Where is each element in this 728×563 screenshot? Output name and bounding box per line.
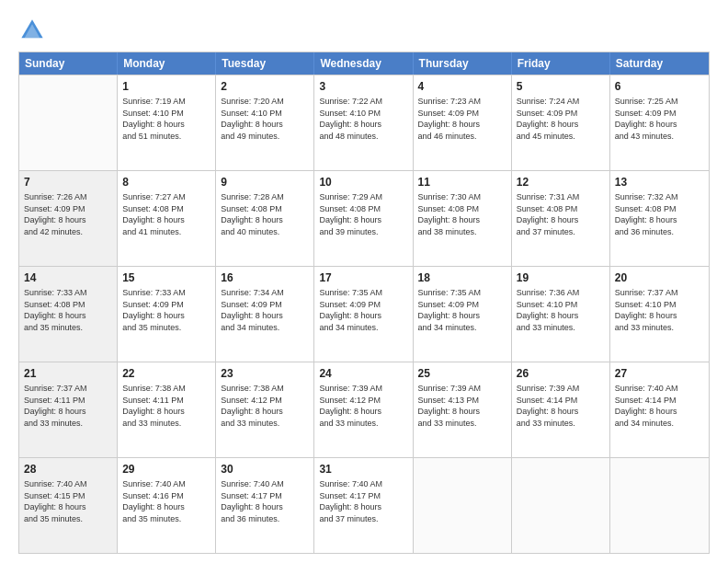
cell-info: Sunrise: 7:23 AM Sunset: 4:09 PM Dayligh… xyxy=(418,96,506,142)
day-number: 18 xyxy=(418,270,506,285)
cell-info: Sunrise: 7:35 AM Sunset: 4:09 PM Dayligh… xyxy=(418,287,506,333)
day-number: 17 xyxy=(319,270,407,285)
calendar-cell: 19Sunrise: 7:36 AM Sunset: 4:10 PM Dayli… xyxy=(512,267,610,362)
day-number: 25 xyxy=(418,366,506,381)
cell-info: Sunrise: 7:40 AM Sunset: 4:17 PM Dayligh… xyxy=(221,478,309,524)
cell-info: Sunrise: 7:39 AM Sunset: 4:12 PM Dayligh… xyxy=(319,383,407,429)
day-number: 4 xyxy=(418,79,506,94)
calendar-cell: 21Sunrise: 7:37 AM Sunset: 4:11 PM Dayli… xyxy=(19,362,118,457)
day-number: 1 xyxy=(122,79,210,94)
calendar-cell: 8Sunrise: 7:27 AM Sunset: 4:08 PM Daylig… xyxy=(118,171,216,266)
cell-info: Sunrise: 7:32 AM Sunset: 4:08 PM Dayligh… xyxy=(615,191,704,237)
calendar-header: SundayMondayTuesdayWednesdayThursdayFrid… xyxy=(19,52,709,75)
calendar-row: 21Sunrise: 7:37 AM Sunset: 4:11 PM Dayli… xyxy=(19,362,709,457)
page: SundayMondayTuesdayWednesdayThursdayFrid… xyxy=(0,0,728,563)
calendar-row: 28Sunrise: 7:40 AM Sunset: 4:15 PM Dayli… xyxy=(19,457,709,553)
cell-info: Sunrise: 7:40 AM Sunset: 4:15 PM Dayligh… xyxy=(24,478,112,524)
calendar-cell: 15Sunrise: 7:33 AM Sunset: 4:09 PM Dayli… xyxy=(118,267,216,362)
calendar-cell: 23Sunrise: 7:38 AM Sunset: 4:12 PM Dayli… xyxy=(216,362,314,457)
calendar-cell: 11Sunrise: 7:30 AM Sunset: 4:08 PM Dayli… xyxy=(414,171,512,266)
cell-info: Sunrise: 7:38 AM Sunset: 4:11 PM Dayligh… xyxy=(122,383,210,429)
calendar-cell: 2Sunrise: 7:20 AM Sunset: 4:10 PM Daylig… xyxy=(216,75,314,170)
calendar-cell: 30Sunrise: 7:40 AM Sunset: 4:17 PM Dayli… xyxy=(216,458,314,553)
calendar-cell: 5Sunrise: 7:24 AM Sunset: 4:09 PM Daylig… xyxy=(512,75,610,170)
day-number: 22 xyxy=(122,366,210,381)
logo-icon xyxy=(18,17,46,44)
calendar-cell: 10Sunrise: 7:29 AM Sunset: 4:08 PM Dayli… xyxy=(314,171,413,266)
day-number: 24 xyxy=(319,366,407,381)
cell-info: Sunrise: 7:36 AM Sunset: 4:10 PM Dayligh… xyxy=(517,287,605,333)
calendar-cell: 16Sunrise: 7:34 AM Sunset: 4:09 PM Dayli… xyxy=(216,267,314,362)
day-number: 28 xyxy=(24,462,112,477)
day-number: 21 xyxy=(24,366,112,381)
calendar-body: 1Sunrise: 7:19 AM Sunset: 4:10 PM Daylig… xyxy=(19,75,709,553)
calendar-weekday: Saturday xyxy=(610,52,709,75)
day-number: 3 xyxy=(319,79,407,94)
cell-info: Sunrise: 7:20 AM Sunset: 4:10 PM Dayligh… xyxy=(221,96,309,142)
day-number: 23 xyxy=(221,366,309,381)
day-number: 19 xyxy=(517,270,605,285)
day-number: 20 xyxy=(615,270,704,285)
day-number: 14 xyxy=(24,270,112,285)
cell-info: Sunrise: 7:39 AM Sunset: 4:14 PM Dayligh… xyxy=(517,383,605,429)
calendar-cell xyxy=(414,458,512,553)
calendar-cell xyxy=(512,458,610,553)
cell-info: Sunrise: 7:37 AM Sunset: 4:10 PM Dayligh… xyxy=(615,287,704,333)
day-number: 12 xyxy=(517,175,605,190)
cell-info: Sunrise: 7:26 AM Sunset: 4:09 PM Dayligh… xyxy=(24,191,112,237)
calendar-cell: 22Sunrise: 7:38 AM Sunset: 4:11 PM Dayli… xyxy=(118,362,216,457)
calendar-cell: 3Sunrise: 7:22 AM Sunset: 4:10 PM Daylig… xyxy=(314,75,413,170)
day-number: 13 xyxy=(615,175,704,190)
cell-info: Sunrise: 7:38 AM Sunset: 4:12 PM Dayligh… xyxy=(221,383,309,429)
day-number: 31 xyxy=(319,462,407,477)
cell-info: Sunrise: 7:37 AM Sunset: 4:11 PM Dayligh… xyxy=(24,383,112,429)
calendar: SundayMondayTuesdayWednesdayThursdayFrid… xyxy=(18,52,710,554)
cell-info: Sunrise: 7:34 AM Sunset: 4:09 PM Dayligh… xyxy=(221,287,309,333)
calendar-cell xyxy=(610,458,709,553)
calendar-cell: 14Sunrise: 7:33 AM Sunset: 4:08 PM Dayli… xyxy=(19,267,118,362)
calendar-cell: 9Sunrise: 7:28 AM Sunset: 4:08 PM Daylig… xyxy=(216,171,314,266)
calendar-cell: 4Sunrise: 7:23 AM Sunset: 4:09 PM Daylig… xyxy=(414,75,512,170)
calendar-cell: 29Sunrise: 7:40 AM Sunset: 4:16 PM Dayli… xyxy=(118,458,216,553)
calendar-cell: 13Sunrise: 7:32 AM Sunset: 4:08 PM Dayli… xyxy=(610,171,709,266)
calendar-weekday: Tuesday xyxy=(216,52,314,75)
calendar-cell: 6Sunrise: 7:25 AM Sunset: 4:09 PM Daylig… xyxy=(610,75,709,170)
calendar-cell: 24Sunrise: 7:39 AM Sunset: 4:12 PM Dayli… xyxy=(314,362,413,457)
calendar-cell: 25Sunrise: 7:39 AM Sunset: 4:13 PM Dayli… xyxy=(414,362,512,457)
day-number: 2 xyxy=(221,79,309,94)
calendar-cell: 20Sunrise: 7:37 AM Sunset: 4:10 PM Dayli… xyxy=(610,267,709,362)
cell-info: Sunrise: 7:39 AM Sunset: 4:13 PM Dayligh… xyxy=(418,383,506,429)
day-number: 29 xyxy=(122,462,210,477)
cell-info: Sunrise: 7:30 AM Sunset: 4:08 PM Dayligh… xyxy=(418,191,506,237)
cell-info: Sunrise: 7:19 AM Sunset: 4:10 PM Dayligh… xyxy=(122,96,210,142)
calendar-cell: 28Sunrise: 7:40 AM Sunset: 4:15 PM Dayli… xyxy=(19,458,118,553)
header xyxy=(18,17,710,44)
day-number: 30 xyxy=(221,462,309,477)
cell-info: Sunrise: 7:29 AM Sunset: 4:08 PM Dayligh… xyxy=(319,191,407,237)
day-number: 10 xyxy=(319,175,407,190)
cell-info: Sunrise: 7:33 AM Sunset: 4:09 PM Dayligh… xyxy=(122,287,210,333)
cell-info: Sunrise: 7:25 AM Sunset: 4:09 PM Dayligh… xyxy=(615,96,704,142)
calendar-cell: 1Sunrise: 7:19 AM Sunset: 4:10 PM Daylig… xyxy=(118,75,216,170)
cell-info: Sunrise: 7:27 AM Sunset: 4:08 PM Dayligh… xyxy=(122,191,210,237)
calendar-cell xyxy=(19,75,118,170)
cell-info: Sunrise: 7:40 AM Sunset: 4:16 PM Dayligh… xyxy=(122,478,210,524)
logo xyxy=(18,17,50,44)
cell-info: Sunrise: 7:35 AM Sunset: 4:09 PM Dayligh… xyxy=(319,287,407,333)
calendar-weekday: Thursday xyxy=(414,52,512,75)
day-number: 7 xyxy=(24,175,112,190)
day-number: 16 xyxy=(221,270,309,285)
day-number: 5 xyxy=(517,79,605,94)
calendar-row: 14Sunrise: 7:33 AM Sunset: 4:08 PM Dayli… xyxy=(19,266,709,362)
cell-info: Sunrise: 7:33 AM Sunset: 4:08 PM Dayligh… xyxy=(24,287,112,333)
calendar-cell: 18Sunrise: 7:35 AM Sunset: 4:09 PM Dayli… xyxy=(414,267,512,362)
cell-info: Sunrise: 7:40 AM Sunset: 4:17 PM Dayligh… xyxy=(319,478,407,524)
day-number: 6 xyxy=(615,79,704,94)
calendar-cell: 7Sunrise: 7:26 AM Sunset: 4:09 PM Daylig… xyxy=(19,171,118,266)
calendar-weekday: Wednesday xyxy=(314,52,413,75)
calendar-cell: 17Sunrise: 7:35 AM Sunset: 4:09 PM Dayli… xyxy=(314,267,413,362)
calendar-cell: 12Sunrise: 7:31 AM Sunset: 4:08 PM Dayli… xyxy=(512,171,610,266)
day-number: 8 xyxy=(122,175,210,190)
calendar-cell: 31Sunrise: 7:40 AM Sunset: 4:17 PM Dayli… xyxy=(314,458,413,553)
calendar-weekday: Monday xyxy=(118,52,216,75)
